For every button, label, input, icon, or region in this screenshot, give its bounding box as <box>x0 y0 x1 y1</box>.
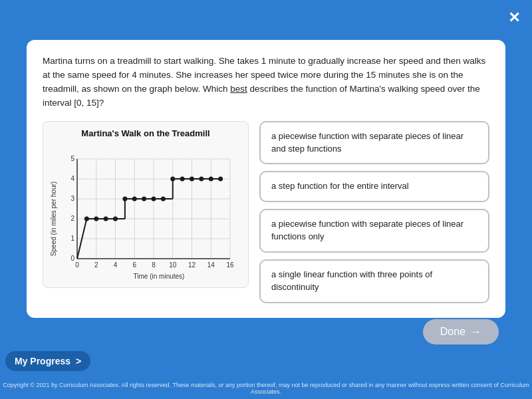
my-progress-bar[interactable]: My Progress > <box>5 351 90 371</box>
svg-text:0: 0 <box>70 255 74 262</box>
svg-point-54 <box>218 176 223 181</box>
footer-copyright: Copyright © 2021 by Curriculum Associate… <box>0 382 532 395</box>
svg-point-41 <box>94 216 98 221</box>
svg-point-45 <box>132 196 137 201</box>
answer-option-1[interactable]: a piecewise function with separate piece… <box>259 121 489 165</box>
answer-option-3[interactable]: a piecewise function with separate piece… <box>259 209 489 253</box>
svg-point-46 <box>142 196 146 201</box>
svg-text:3: 3 <box>70 195 74 202</box>
svg-point-47 <box>152 196 156 201</box>
svg-text:0: 0 <box>75 261 79 269</box>
done-label: Done <box>440 326 466 338</box>
svg-point-49 <box>170 176 175 181</box>
close-button[interactable]: ✕ <box>508 9 520 27</box>
svg-text:1: 1 <box>70 235 74 242</box>
answer-option-4[interactable]: a single linear function with three poin… <box>259 259 489 303</box>
content-row: Martina's Walk on the Treadmill Speed (i… <box>43 121 489 303</box>
svg-text:Time (in minutes): Time (in minutes) <box>134 273 185 280</box>
svg-point-42 <box>104 216 108 221</box>
answer-option-2[interactable]: a step function for the entire interval <box>259 171 489 202</box>
svg-text:10: 10 <box>169 261 177 269</box>
main-card: Martina turns on a treadmill to start wa… <box>27 40 505 318</box>
svg-text:12: 12 <box>188 261 196 269</box>
svg-point-40 <box>84 216 89 221</box>
graph-svg: Speed (in miles per hour) Time (in minut… <box>49 142 242 282</box>
svg-text:14: 14 <box>207 261 215 269</box>
svg-point-44 <box>122 196 127 201</box>
graph-title: Martina's Walk on the Treadmill <box>49 128 243 138</box>
my-progress-chevron: > <box>76 356 81 366</box>
svg-text:2: 2 <box>94 261 98 269</box>
answers-container: a piecewise function with separate piece… <box>259 121 489 303</box>
svg-point-50 <box>180 176 185 181</box>
svg-point-43 <box>113 216 118 221</box>
svg-point-51 <box>190 176 194 181</box>
svg-text:5: 5 <box>70 155 74 162</box>
my-progress-label: My Progress <box>15 356 70 366</box>
svg-text:8: 8 <box>152 261 156 269</box>
done-button[interactable]: Done → <box>423 319 499 344</box>
svg-point-52 <box>199 176 203 181</box>
graph-svg-wrap: Speed (in miles per hour) Time (in minut… <box>49 142 243 282</box>
svg-text:16: 16 <box>226 261 234 269</box>
svg-point-48 <box>161 196 166 201</box>
svg-text:4: 4 <box>114 261 118 269</box>
svg-text:2: 2 <box>70 215 74 222</box>
done-arrow: → <box>471 326 481 338</box>
question-text: Martina turns on a treadmill to start wa… <box>43 55 489 110</box>
svg-text:4: 4 <box>70 175 74 182</box>
svg-point-53 <box>209 176 213 181</box>
svg-text:Speed (in miles per hour): Speed (in miles per hour) <box>50 182 57 256</box>
graph-container: Martina's Walk on the Treadmill Speed (i… <box>43 121 249 288</box>
svg-text:6: 6 <box>132 261 136 269</box>
